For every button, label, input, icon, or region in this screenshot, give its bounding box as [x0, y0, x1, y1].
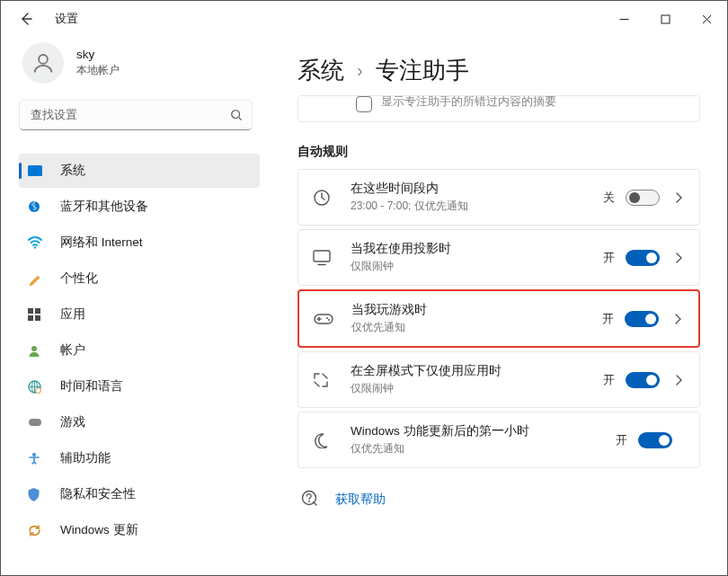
accessibility-icon	[28, 452, 48, 465]
svg-rect-16	[29, 419, 41, 426]
svg-rect-1	[661, 15, 670, 23]
minimize-button[interactable]	[603, 1, 644, 37]
rule-card-feature-update[interactable]: Windows 功能更新后的第一小时 仅优先通知 开	[297, 412, 700, 468]
rule-subtitle: 仅优先通知	[351, 441, 616, 456]
account-icon	[28, 344, 48, 357]
summary-checkbox-card[interactable]: 显示专注助手的所错过内容的摘要	[297, 95, 700, 122]
svg-point-15	[36, 387, 41, 393]
rule-subtitle: 23:00 - 7:00; 仅优先通知	[351, 199, 603, 214]
update-icon	[28, 524, 48, 537]
svg-rect-19	[314, 251, 330, 261]
gamepad-icon	[314, 312, 339, 326]
chevron-right-icon[interactable]	[672, 375, 685, 385]
nav-item-time-language[interactable]: 时间和语言	[19, 369, 260, 403]
nav-item-privacy[interactable]: 隐私和安全性	[19, 477, 260, 511]
nav-label: 时间和语言	[60, 378, 123, 394]
breadcrumb-current: 专注助手	[376, 55, 469, 86]
rule-subtitle: 仅优先通知	[351, 320, 602, 335]
rule-card-gaming[interactable]: 当我玩游戏时 仅优先通知 开	[297, 289, 700, 348]
svg-rect-9	[35, 308, 40, 314]
toggle-switch[interactable]	[638, 432, 672, 448]
person-icon	[31, 50, 56, 75]
user-profile[interactable]: sky 本地帐户	[19, 39, 260, 100]
nav-label: 网络和 Internet	[60, 235, 143, 251]
rule-card-projecting[interactable]: 当我在使用投影时 仅限闹钟 开	[297, 229, 700, 286]
get-help-link[interactable]: 获取帮助	[335, 492, 386, 508]
search-placeholder: 查找设置	[31, 107, 230, 123]
nav-label: 游戏	[60, 414, 85, 430]
toggle-state: 开	[616, 432, 627, 448]
toggle-switch[interactable]	[625, 311, 659, 327]
chevron-right-icon[interactable]	[672, 253, 685, 263]
svg-point-22	[326, 317, 328, 319]
svg-rect-11	[35, 315, 40, 321]
nav-item-windows-update[interactable]: Windows 更新	[19, 513, 260, 547]
shield-icon	[28, 488, 48, 501]
chevron-right-icon: ›	[357, 60, 363, 81]
fullscreen-icon	[313, 372, 338, 388]
nav-item-network[interactable]: 网络和 Internet	[19, 226, 260, 260]
brush-icon	[28, 271, 48, 286]
breadcrumb-parent[interactable]: 系统	[297, 55, 344, 86]
svg-point-3	[232, 111, 240, 119]
svg-point-23	[328, 319, 330, 321]
svg-rect-5	[28, 165, 42, 176]
search-input[interactable]: 查找设置	[19, 100, 253, 130]
clock-icon	[313, 189, 338, 207]
svg-rect-8	[28, 308, 33, 314]
nav-label: Windows 更新	[60, 522, 138, 538]
close-button[interactable]	[686, 1, 727, 37]
globe-clock-icon	[28, 380, 48, 394]
svg-point-7	[34, 246, 36, 248]
nav-list: 系统 蓝牙和其他设备 网络和 Internet 个性化 应用 帐户	[19, 154, 260, 547]
toggle-state: 关	[603, 190, 615, 206]
content-area: 系统 › 专注助手 显示专注助手的所错过内容的摘要 自动规则 在这些时间段内 2…	[271, 37, 727, 576]
rule-title: Windows 功能更新后的第一小时	[351, 423, 616, 439]
arrow-left-icon	[19, 12, 33, 26]
user-account-type: 本地帐户	[76, 63, 120, 78]
titlebar: 设置	[1, 1, 727, 37]
chevron-right-icon[interactable]	[671, 314, 684, 324]
moon-icon	[313, 432, 338, 448]
nav-item-gaming[interactable]: 游戏	[19, 405, 260, 439]
rule-subtitle: 仅限闹钟	[351, 259, 603, 274]
nav-item-bluetooth[interactable]: 蓝牙和其他设备	[19, 190, 260, 224]
rule-subtitle: 仅限闹钟	[351, 381, 603, 396]
toggle-switch[interactable]	[626, 250, 660, 266]
checkbox-icon[interactable]	[356, 96, 372, 112]
wifi-icon	[28, 236, 48, 249]
toggle-state: 开	[603, 250, 615, 266]
svg-point-17	[32, 453, 36, 456]
chevron-right-icon[interactable]	[672, 192, 685, 203]
close-icon	[702, 14, 712, 24]
nav-item-apps[interactable]: 应用	[19, 297, 260, 332]
nav-label: 系统	[60, 163, 85, 179]
maximize-button[interactable]	[644, 1, 686, 37]
window-title: 设置	[55, 12, 78, 27]
rule-title: 在这些时间段内	[351, 181, 603, 197]
system-icon	[28, 165, 48, 176]
search-icon	[230, 109, 243, 121]
breadcrumb: 系统 › 专注助手	[297, 55, 700, 86]
rule-card-fullscreen[interactable]: 在全屏模式下仅使用应用时 仅限闹钟 开	[297, 351, 700, 408]
toggle-switch[interactable]	[626, 372, 660, 388]
nav-label: 帐户	[60, 342, 85, 359]
toggle-state: 开	[602, 311, 614, 327]
back-button[interactable]	[19, 12, 46, 26]
svg-point-12	[31, 346, 37, 351]
toggle-switch[interactable]	[626, 190, 660, 206]
nav-label: 应用	[60, 306, 85, 323]
toggle-state: 开	[603, 372, 615, 388]
help-icon	[301, 490, 326, 510]
nav-item-system[interactable]: 系统	[19, 154, 260, 188]
section-title-automatic-rules: 自动规则	[297, 144, 700, 160]
nav-item-accounts[interactable]: 帐户	[19, 333, 260, 368]
rule-card-hours[interactable]: 在这些时间段内 23:00 - 7:00; 仅优先通知 关	[297, 169, 700, 226]
rule-title: 当我在使用投影时	[351, 241, 603, 257]
nav-item-personalization[interactable]: 个性化	[19, 261, 260, 296]
nav-label: 个性化	[60, 270, 98, 287]
nav-item-accessibility[interactable]: 辅助功能	[19, 441, 260, 475]
svg-point-2	[39, 55, 48, 64]
svg-point-25	[308, 501, 310, 502]
nav-label: 蓝牙和其他设备	[60, 199, 148, 215]
